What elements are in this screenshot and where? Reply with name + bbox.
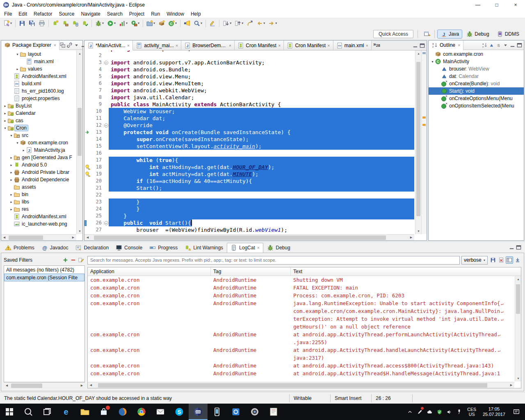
code-line-21[interactable]: 21 Start(); <box>84 185 414 192</box>
maximize-view-icon[interactable] <box>516 42 523 48</box>
filter-com-example-cron-session-filte[interactable]: com.example.cron (Session Filte <box>4 274 84 281</box>
warning-mark[interactable] <box>422 116 426 119</box>
expand-arrow-icon[interactable]: ▸ <box>9 200 14 204</box>
android-sdk-manager-button[interactable] <box>61 19 70 28</box>
package-explorer-hscrollbar[interactable]: ◀ ▶ <box>1 234 76 240</box>
display-saved-filters-button[interactable] <box>506 256 513 264</box>
editor-hscrollbar[interactable]: ◀ ▶ <box>84 234 414 240</box>
hide-fields-icon[interactable] <box>488 42 495 48</box>
outline-item-brouser[interactable]: brouser : WebView <box>429 65 524 73</box>
dropdown-arrow-icon[interactable]: ▾ <box>126 21 128 25</box>
menu-refactor[interactable]: Refactor <box>30 10 55 18</box>
tab-outline[interactable]: az Outline × <box>429 41 463 50</box>
code-line-3[interactable]: 3−import android.support.v7.app.ActionBa… <box>84 59 414 66</box>
tree-item-androidmanifest-xml[interactable]: AndroidManifest.xml <box>1 73 76 80</box>
outline-item-oncreate-bundle[interactable]: onCreate(Bundle) : void <box>429 80 524 87</box>
tree-item-ic-launcher-web-png[interactable]: ic_launcher-web.png <box>1 220 76 228</box>
minimize-view-icon[interactable] <box>412 42 418 48</box>
scroll-up-icon[interactable]: ▲ <box>77 50 83 57</box>
android-virtual-device-manager-button[interactable] <box>71 19 80 28</box>
code-line-11[interactable]: 11 Calendar dat; <box>84 115 414 122</box>
code-line-2[interactable]: 2 <box>84 52 414 59</box>
tab-package-explorer[interactable]: Package Explorer × <box>1 41 59 50</box>
filter-all-messages-no-filters-4782[interactable]: All messages (no filters) (4782) <box>4 266 84 274</box>
dropdown-arrow-icon[interactable]: ▾ <box>263 21 265 25</box>
blue-app[interactable] <box>226 404 245 420</box>
chrome-app[interactable] <box>132 404 151 420</box>
scrollbar-thumb[interactable] <box>9 235 43 240</box>
fold-marker[interactable]: − <box>103 221 109 225</box>
code-line-15[interactable]: 15 setContentView(R.layout.activity_main… <box>84 143 414 150</box>
toggle-mark-occurrences-button[interactable] <box>208 19 217 28</box>
menu-run[interactable]: Run <box>148 10 163 18</box>
add-filter-icon[interactable] <box>62 257 68 263</box>
notes-app[interactable] <box>264 404 283 420</box>
logcat-search-input[interactable] <box>87 256 460 265</box>
dropdown-arrow-icon[interactable]: ▾ <box>102 21 104 25</box>
taskbar-clock[interactable]: 17:05 25.07.2017 <box>479 406 509 417</box>
package-explorer-vscrollbar[interactable]: ▲ ▼ <box>76 50 82 234</box>
scroll-down-icon[interactable]: ▼ <box>415 228 422 234</box>
expand-arrow-icon[interactable]: ▸ <box>3 119 7 123</box>
close-view-icon[interactable]: × <box>458 43 460 48</box>
tab-javadoc[interactable]: @Javadoc <box>38 243 72 253</box>
menu-help[interactable]: Help <box>187 10 204 18</box>
code-line-12[interactable]: 12− @Override <box>84 122 414 129</box>
scroll-left-icon[interactable]: ◀ <box>4 383 10 389</box>
code-line-7[interactable]: 7import android.webkit.WebView; <box>84 87 414 94</box>
column-application[interactable]: Application <box>88 267 211 276</box>
code-line-5[interactable]: 5import android.view.Menu; <box>84 73 414 80</box>
maximize-view-icon[interactable] <box>419 42 425 48</box>
code-line-17[interactable]: 17 while (true){ <box>84 157 414 164</box>
camera-app[interactable] <box>245 404 264 420</box>
link-with-editor-icon[interactable] <box>66 42 73 48</box>
scroll-down-icon[interactable]: ▼ <box>77 228 83 234</box>
delete-filter-icon[interactable] <box>70 257 76 263</box>
tree-item-gen-generated-java-f[interactable]: ▸gen [Generated Java F <box>1 154 76 161</box>
debug-button[interactable]: ▾ <box>94 19 105 28</box>
expand-arrow-icon[interactable]: ▸ <box>9 163 14 167</box>
tree-item-project-properties[interactable]: project.properties <box>1 95 76 102</box>
editor-vscrollbar[interactable]: ▲ ▼ <box>415 50 421 234</box>
overview-ruler[interactable] <box>421 50 427 234</box>
previous-annotation-button[interactable]: ▾ <box>233 19 244 28</box>
filters-hscrollbar[interactable]: ◀ ▶ <box>4 382 85 388</box>
log-row-8[interactable]: com.example.cronAndroidRuntimeat android… <box>88 370 514 377</box>
menu-file[interactable]: File <box>1 10 15 18</box>
antivirus-tray-icon[interactable] <box>434 406 444 418</box>
scrollbar-thumb[interactable] <box>11 383 42 388</box>
dropdown-arrow-icon[interactable]: ▾ <box>138 21 139 25</box>
expand-arrow-icon[interactable]: ▸ <box>3 104 7 108</box>
file-explorer-app[interactable] <box>75 404 94 420</box>
close-button[interactable]: × <box>506 0 525 10</box>
tab-problems[interactable]: Problems <box>2 243 38 253</box>
close-tab-icon[interactable]: × <box>229 43 231 48</box>
scroll-right-icon[interactable]: ▶ <box>408 235 414 241</box>
close-tab-icon[interactable]: × <box>366 43 368 48</box>
save-all-button[interactable] <box>27 19 37 28</box>
code-line-16[interactable]: 16 <box>84 150 414 157</box>
code-line-22[interactable]: 22 <box>84 192 414 199</box>
start-button[interactable] <box>0 404 19 420</box>
scroll-up-icon[interactable]: ▲ <box>415 50 422 57</box>
code-line-18[interactable]: 18 int actHodiny=dat.get(dat.HOUR_OF_DAY… <box>84 164 414 171</box>
phone-app[interactable] <box>208 404 226 420</box>
coverage-button[interactable]: ▾ <box>118 19 129 28</box>
run-button[interactable]: ▾ <box>106 19 117 28</box>
tree-item-hs-err-pid1600-log[interactable]: hs_err_pid1600.log <box>1 87 76 95</box>
tree-item-src[interactable]: ▾src <box>1 132 76 139</box>
log-row-7[interactable]: com.example.cronAndroidRuntimeat android… <box>88 362 514 370</box>
editor-tab-cron-manifest[interactable]: Cron Manifest× <box>235 41 284 50</box>
log-row-6[interactable]: com.example.cronAndroidRuntimeat android… <box>88 346 514 362</box>
menu-project[interactable]: Project <box>126 10 148 18</box>
new-wizard-button[interactable]: ▾ <box>2 19 13 28</box>
code-line-4[interactable]: 4import android.os.Bundle; <box>84 66 414 73</box>
fold-marker[interactable]: − <box>103 61 109 65</box>
scrollbar-thumb[interactable] <box>516 284 520 314</box>
log-row-5[interactable]: com.example.cronAndroidRuntimeat android… <box>88 331 514 346</box>
close-tab-icon[interactable]: × <box>176 43 178 48</box>
outline-item-start[interactable]: Start() : void <box>429 87 524 95</box>
scroll-right-icon[interactable]: ▶ <box>508 382 514 388</box>
code-line-26[interactable]: 26− public void Start(){ <box>84 219 414 226</box>
tree-item-android-5-0[interactable]: ▸Android 5.0 <box>1 161 76 169</box>
